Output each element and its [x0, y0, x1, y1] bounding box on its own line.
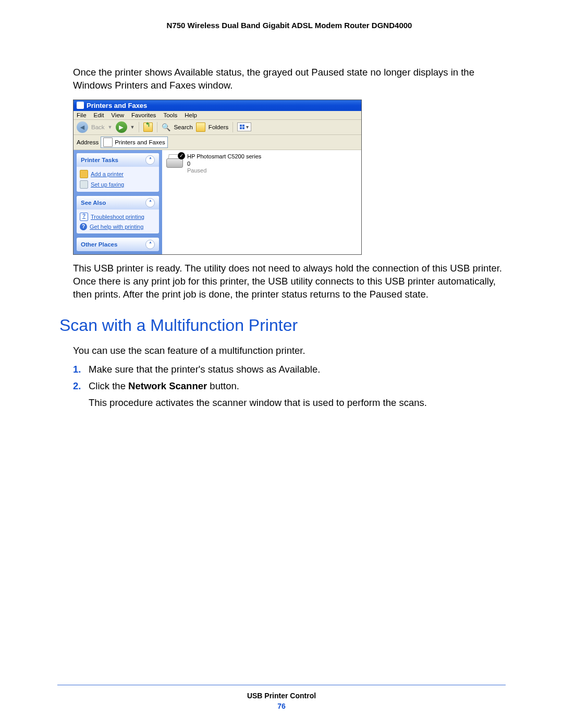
printer-item[interactable]: HP Photosmart C5200 series 0 Paused: [187, 153, 261, 175]
search-button-label[interactable]: Search: [174, 124, 192, 130]
address-label: Address: [77, 139, 99, 145]
footer-page-number: 76: [57, 702, 506, 710]
back-button-icon[interactable]: ◄: [77, 121, 88, 133]
search-icon[interactable]: 🔍: [162, 123, 170, 131]
link-add-printer[interactable]: Add a printer: [80, 169, 156, 179]
printer-name: HP Photosmart C5200 series: [187, 153, 261, 161]
menu-view[interactable]: View: [111, 112, 124, 118]
menu-tools[interactable]: Tools: [163, 112, 177, 118]
panel-other-places-title: Other Places: [81, 241, 117, 248]
page-header-title: N750 Wireless Dual Band Gigabit ADSL Mod…: [73, 21, 506, 30]
collapse-icon[interactable]: ˄: [145, 198, 155, 207]
window-titlebar: Printers and Faxes: [74, 100, 361, 111]
address-bar: Address Printers and Faxes: [74, 135, 361, 150]
link-troubleshoot-printing[interactable]: ? Troubleshoot printing: [80, 212, 156, 222]
collapse-icon[interactable]: ˄: [145, 240, 155, 249]
printer-jobs: 0: [187, 161, 261, 168]
menu-favorites[interactable]: Favorites: [131, 112, 156, 118]
address-field[interactable]: Printers and Faxes: [101, 137, 168, 148]
printers-faxes-screenshot: Printers and Faxes File Edit View Favori…: [73, 100, 362, 255]
page-footer: USB Printer Control 76: [57, 685, 506, 710]
forward-button-icon[interactable]: ►: [116, 121, 127, 133]
collapse-icon[interactable]: ˄: [145, 155, 155, 165]
toolbar: ◄ Back ▼ ► ▼ ↰ 🔍 Search Folders ▾: [74, 120, 361, 135]
menu-bar: File Edit View Favorites Tools Help: [74, 111, 361, 120]
menu-help[interactable]: Help: [185, 112, 197, 118]
add-printer-icon: [80, 170, 88, 178]
step-number: 1.: [73, 363, 83, 376]
footer-section: USB Printer Control: [57, 692, 506, 700]
help-icon: ?: [80, 223, 87, 230]
printer-status: Paused: [187, 167, 261, 175]
status-badge-icon: ✓: [178, 152, 185, 159]
fax-icon: [80, 180, 88, 189]
step-number: 2.: [73, 379, 83, 393]
explorer-sidebar: Printer Tasks ˄ Add a printer Set up fax…: [74, 150, 162, 254]
address-icon: [103, 138, 113, 147]
back-button-label[interactable]: Back: [91, 124, 105, 130]
section-intro: You can use the scan feature of a multif…: [73, 344, 506, 357]
step-text: Make sure that the printer's status show…: [89, 363, 506, 376]
panel-see-also-title: See Also: [81, 200, 106, 206]
folders-icon[interactable]: [196, 122, 205, 132]
menu-file[interactable]: File: [77, 112, 87, 118]
step-sub-text: This procedure activates the scanner win…: [89, 396, 506, 410]
link-get-help-printing[interactable]: ? Get help with printing: [80, 222, 156, 231]
menu-edit[interactable]: Edit: [94, 112, 104, 118]
panel-see-also: See Also ˄ ? Troubleshoot printing ? Get…: [77, 196, 159, 233]
link-set-up-faxing[interactable]: Set up faxing: [80, 179, 156, 190]
intro-paragraph: Once the printer shows Available status,…: [73, 66, 506, 92]
folders-button-label[interactable]: Folders: [209, 124, 228, 130]
window-title: Printers and Faxes: [87, 102, 147, 109]
panel-other-places: Other Places ˄: [77, 238, 159, 251]
usb-paragraph: This USB printer is ready. The utility d…: [73, 262, 506, 301]
printer-icon[interactable]: ✓: [165, 153, 184, 169]
views-button[interactable]: ▾: [237, 122, 251, 131]
step-text: Click the Network Scanner button. This p…: [89, 379, 506, 410]
section-heading: Scan with a Multifunction Printer: [59, 316, 506, 335]
up-folder-icon[interactable]: ↰: [143, 122, 153, 132]
explorer-content: ✓ HP Photosmart C5200 series 0 Paused: [162, 150, 361, 254]
step-1: 1. Make sure that the printer's status s…: [73, 363, 506, 376]
help-icon: ?: [80, 213, 88, 221]
window-icon: [77, 102, 84, 109]
step-2: 2. Click the Network Scanner button. Thi…: [73, 379, 506, 410]
panel-printer-tasks-title: Printer Tasks: [81, 157, 118, 163]
address-value: Printers and Faxes: [115, 139, 165, 145]
steps-list: 1. Make sure that the printer's status s…: [73, 363, 506, 410]
panel-printer-tasks: Printer Tasks ˄ Add a printer Set up fax…: [77, 153, 159, 192]
